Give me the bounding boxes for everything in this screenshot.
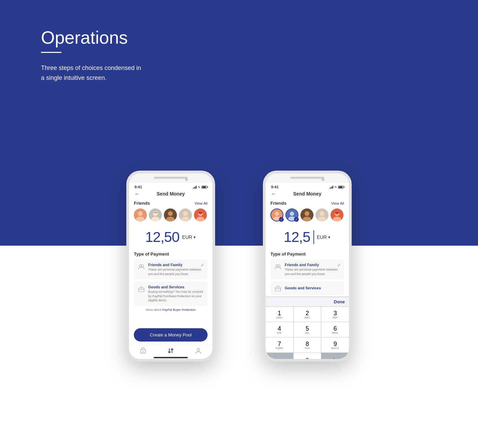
create-pool-button-1[interactable]: Create a Money Pool xyxy=(134,328,208,342)
key-3[interactable]: 3 DEF xyxy=(321,307,349,322)
payment-title-2: Type of Payment xyxy=(270,251,344,257)
svg-point-27 xyxy=(290,212,294,216)
chevron-down-icon-1: ▼ xyxy=(193,235,196,239)
payment-option-name-friends-1: Friends and Family xyxy=(148,263,204,267)
avatar-2-3[interactable] xyxy=(300,208,313,221)
avatar-wrapper-1[interactable]: ✓ xyxy=(270,208,283,221)
payment-icon-goods-2 xyxy=(274,284,282,292)
avatar-3[interactable] xyxy=(164,208,177,221)
friends-avatars-2: ✓ ✓ xyxy=(270,208,344,221)
payment-option-friends-2[interactable]: Friends and Family These are personal pa… xyxy=(270,259,344,279)
top-section: Operations Three steps of choices conden… xyxy=(0,0,478,246)
nav-item-home-1[interactable] xyxy=(140,347,146,354)
nav-item-profile-1[interactable] xyxy=(195,347,202,354)
amount-value-1[interactable]: 12,50 xyxy=(145,229,179,245)
view-all-1[interactable]: View All xyxy=(195,201,208,205)
avatar-5[interactable] xyxy=(194,208,207,221)
key-7[interactable]: 7 PQRS xyxy=(266,337,293,352)
svg-point-7 xyxy=(168,211,173,216)
title-underline xyxy=(41,52,61,53)
buyer-link-1[interactable]: PayPal Buyer Protection xyxy=(162,308,196,312)
keyboard-done-bar-2: Done xyxy=(266,297,349,307)
key-2[interactable]: 2 ABC xyxy=(294,307,321,322)
back-button-1[interactable]: ← xyxy=(135,191,140,197)
signal-icon-2 xyxy=(329,185,333,189)
page-subtitle: Three steps of choices condensed in a si… xyxy=(41,63,164,83)
currency-selector-1[interactable]: EUR ▼ xyxy=(182,234,196,240)
keyboard-grid-2: 1 UAIU 2 ABC 3 DEF 4 xyxy=(266,307,349,359)
phone-1-screen: 9:41 ∿ xyxy=(129,183,212,359)
payment-option-name-goods-2: Goods and Services xyxy=(285,286,321,290)
amount-section-2: 12,5 EUR ▼ xyxy=(266,223,349,249)
payment-icon-friends-2 xyxy=(274,263,282,271)
bottom-nav-1 xyxy=(129,345,212,356)
payment-option-text-goods-1: Goods and Services Buying something? You… xyxy=(148,285,204,303)
currency-selector-2[interactable]: EUR ▼ xyxy=(317,234,331,240)
svg-point-10 xyxy=(183,211,188,216)
key-4[interactable]: 4 GHI xyxy=(266,322,293,337)
status-time-1: 9:41 xyxy=(135,185,142,189)
signal-icon-1 xyxy=(193,185,197,189)
avatar-2[interactable] xyxy=(149,208,162,221)
avatar-2-4[interactable] xyxy=(315,208,328,221)
page-title: Operations xyxy=(41,27,437,48)
payment-option-text-friends-2: Friends and Family These are personal pa… xyxy=(285,263,341,276)
back-button-2[interactable]: ← xyxy=(271,191,277,197)
key-8[interactable]: 8 TUV xyxy=(294,337,321,352)
payment-option-name-friends-2: Friends and Family xyxy=(285,263,341,267)
payment-option-desc-friends-1: These are personal payments between you … xyxy=(148,268,204,276)
svg-point-33 xyxy=(320,211,324,216)
avatar-4[interactable] xyxy=(179,208,192,221)
check-icon-friends-2: ✓ xyxy=(337,263,341,268)
view-all-2[interactable]: View All xyxy=(331,201,344,205)
text-cursor-2 xyxy=(313,230,314,244)
phones-container: 9:41 ∿ xyxy=(126,171,352,362)
avatar-wrapper-2[interactable]: ✓ xyxy=(285,208,298,221)
key-0[interactable]: 0 xyxy=(294,353,321,359)
key-6[interactable]: 6 MNO xyxy=(321,322,349,337)
status-time-2: 9:41 xyxy=(271,185,279,189)
friends-avatars-1 xyxy=(134,208,208,221)
payment-option-name-goods-1: Goods and Services xyxy=(148,285,204,289)
keyboard-section-2: Done 1 UAIU 2 ABC 3 xyxy=(266,297,349,359)
payment-title-1: Type of Payment xyxy=(134,251,208,257)
phone-1: 9:41 ∿ xyxy=(126,171,215,362)
payment-option-goods-1[interactable]: Goods and Services Buying something? You… xyxy=(134,281,208,306)
key-5[interactable]: 5 JKL xyxy=(294,322,321,337)
payment-section-2: Type of Payment Friends and Family These xyxy=(266,249,349,297)
buyer-protection-1: More about PayPal Buyer Protection xyxy=(134,308,208,312)
friends-section-1: Friends View All xyxy=(129,199,212,223)
avatar-1[interactable] xyxy=(134,208,147,221)
friends-label-1: Friends xyxy=(134,201,150,206)
nav-title-2: Send Money xyxy=(293,191,321,197)
key-9[interactable]: 9 WXYZ xyxy=(321,337,349,352)
chevron-down-icon-2: ▼ xyxy=(327,235,331,239)
svg-point-4 xyxy=(153,211,158,216)
svg-rect-40 xyxy=(275,287,281,291)
currency-label-1: EUR xyxy=(182,234,192,240)
key-delete[interactable] xyxy=(321,353,349,359)
nav-header-2: ← Send Money xyxy=(266,190,349,199)
avatar-2-5[interactable] xyxy=(331,208,343,221)
payment-section-1: Type of Payment Friends and Family xyxy=(129,249,212,328)
nav-header-1: ← Send Money xyxy=(129,190,212,199)
payment-option-desc-goods-1: Buying something? You may be covered by … xyxy=(148,290,204,303)
wifi-icon-2: ∿ xyxy=(334,185,337,189)
phone-2-screen: 9:41 ∿ xyxy=(266,183,349,359)
payment-option-goods-partial-2[interactable]: Goods and Services xyxy=(270,281,344,295)
home-indicator-1 xyxy=(154,357,188,358)
nav-item-transfer-1[interactable] xyxy=(167,347,174,354)
payment-option-friends-1[interactable]: Friends and Family These are personal pa… xyxy=(134,259,208,279)
wifi-icon-1: ∿ xyxy=(198,185,200,189)
avatar-check-1: ✓ xyxy=(279,217,284,222)
friends-label-2: Friends xyxy=(270,201,286,206)
battery-icon-2 xyxy=(338,186,343,189)
nav-title-1: Send Money xyxy=(157,191,185,197)
status-bar-2: 9:41 ∿ xyxy=(266,183,349,190)
amount-value-2[interactable]: 12,5 xyxy=(284,229,310,245)
phone-2: 9:41 ∿ xyxy=(263,171,352,362)
key-1[interactable]: 1 UAIU xyxy=(266,307,293,322)
keyboard-done-button-2[interactable]: Done xyxy=(334,299,345,304)
svg-point-24 xyxy=(275,212,279,216)
status-bar-1: 9:41 ∿ xyxy=(129,183,212,190)
